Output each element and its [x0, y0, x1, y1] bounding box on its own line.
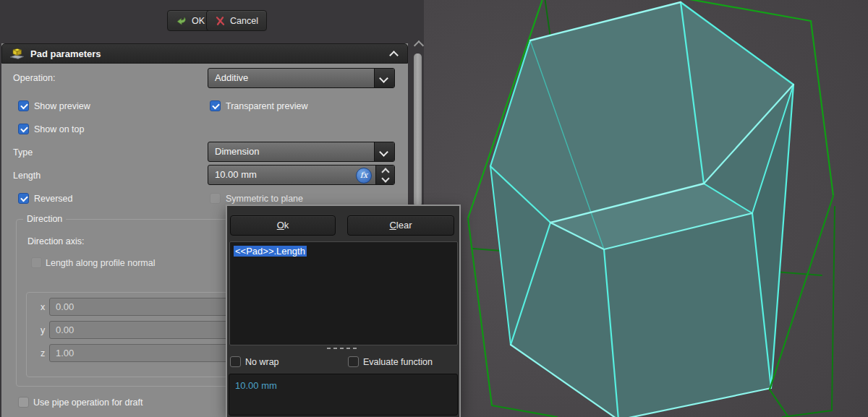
ok-button-label: OK	[192, 16, 205, 26]
no-wrap-checkbox[interactable]	[230, 356, 241, 367]
3d-scene	[424, 0, 868, 417]
dialog-ok-label: Ok	[231, 216, 335, 234]
transparent-preview-checkbox[interactable]	[210, 100, 221, 111]
show-on-top-label[interactable]: Show on top	[34, 124, 85, 134]
y-label: y	[41, 325, 45, 335]
type-select[interactable]: Dimension	[208, 142, 395, 162]
symmetric-checkbox[interactable]	[210, 193, 221, 204]
chevron-down-icon	[379, 147, 388, 157]
operation-select[interactable]: Additive	[208, 68, 395, 88]
spin-down-icon[interactable]	[381, 174, 389, 182]
along-normal-label[interactable]: Length along profile normal	[46, 258, 156, 268]
show-preview-label[interactable]: Show preview	[34, 101, 90, 111]
direction-group-title: Direction	[23, 214, 66, 224]
cancel-button[interactable]: Cancel	[206, 10, 267, 31]
length-spinner[interactable]	[375, 165, 394, 184]
expression-fx-icon[interactable]: fx	[356, 168, 372, 184]
transparent-preview-label[interactable]: Transparent preview	[226, 101, 307, 111]
expression-input[interactable]: <<Pad>>.Length	[229, 241, 458, 345]
evaluate-function-label[interactable]: Evaluate function	[363, 357, 433, 367]
pad-icon	[9, 47, 25, 60]
cancel-button-label: Cancel	[230, 16, 258, 26]
pipe-operation-checkbox[interactable]	[18, 397, 29, 408]
cancel-cross-icon	[215, 16, 225, 26]
expression-selected-text: <<Pad>>.Length	[234, 246, 307, 257]
pad-parameters-header[interactable]: Pad parameters	[1, 43, 408, 64]
type-value: Dimension	[208, 142, 374, 161]
collapse-chevron-icon[interactable]	[389, 51, 399, 60]
expression-result-field: 10.00 mm	[229, 374, 458, 416]
operation-value: Additive	[208, 69, 374, 87]
expression-editor-dialog: Ok Clear <<Pad>>.Length No wrap Evaluate…	[226, 205, 461, 417]
x-label: x	[41, 302, 45, 312]
pipe-operation-label[interactable]: Use pipe operation for draft	[33, 397, 142, 408]
direction-axis-label: Direction axis:	[27, 236, 85, 246]
scroll-up-icon[interactable]	[414, 40, 424, 51]
length-spinbox[interactable]: 10.00 mm fx	[208, 165, 395, 185]
operation-dropdown-button[interactable]	[374, 69, 394, 87]
panel-title: Pad parameters	[30, 48, 101, 59]
reversed-label[interactable]: Reversed	[34, 194, 73, 204]
3d-viewport[interactable]	[424, 0, 868, 417]
dialog-ok-button[interactable]: Ok	[230, 215, 336, 236]
symmetric-label[interactable]: Symmetric to plane	[226, 194, 303, 204]
along-normal-checkbox[interactable]	[31, 257, 42, 268]
chevron-down-icon	[379, 74, 388, 83]
accept-arrow-icon	[176, 15, 187, 26]
dialog-clear-button[interactable]: Clear	[347, 215, 454, 236]
splitter-handle[interactable]	[327, 348, 357, 349]
no-wrap-label[interactable]: No wrap	[245, 357, 279, 367]
operation-label: Operation:	[13, 73, 55, 83]
dialog-clear-label: Clear	[348, 216, 454, 234]
show-on-top-checkbox[interactable]	[18, 124, 29, 134]
panel-scrollbar[interactable]	[414, 53, 422, 207]
length-value: 10.00 mm	[208, 165, 375, 184]
reversed-checkbox[interactable]	[18, 193, 29, 204]
type-dropdown-button[interactable]	[374, 142, 394, 161]
evaluate-function-checkbox[interactable]	[348, 356, 359, 367]
length-label: Length	[13, 171, 41, 181]
type-label: Type	[13, 147, 33, 158]
show-preview-checkbox[interactable]	[18, 100, 29, 111]
z-label: z	[41, 348, 45, 358]
